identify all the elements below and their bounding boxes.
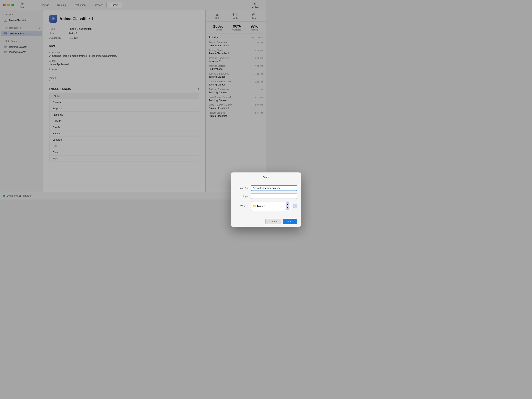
tags-label: Tags: [235, 195, 249, 197]
tags-field: Tags: [235, 193, 266, 199]
save-as-label: Save As: [235, 187, 249, 190]
save-dialog: Save Save As: Tags: Where: 📁 Models [231, 172, 266, 200]
save-dialog-overlay: Save Save As: Tags: Where: 📁 Models [0, 0, 266, 200]
save-as-input[interactable] [251, 185, 266, 191]
dialog-title: Save [231, 172, 266, 182]
save-as-field: Save As: [235, 185, 266, 191]
dialog-body: Save As: Tags: Where: 📁 Models ▲ ▼ [231, 182, 266, 200]
tags-input[interactable] [251, 193, 266, 199]
